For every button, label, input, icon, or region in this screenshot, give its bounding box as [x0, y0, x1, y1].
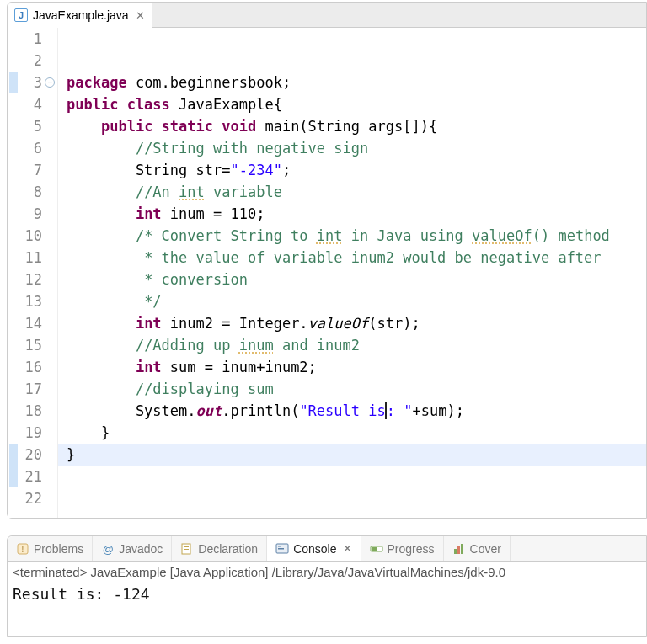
tab-progress[interactable]: Progress	[361, 536, 444, 561]
code-line[interactable]: //displaying sum	[67, 378, 646, 400]
console-output[interactable]: Result is: -124	[8, 583, 646, 636]
svg-rect-8	[278, 548, 284, 550]
code-line[interactable]: int sum = inum+inum2;	[67, 356, 646, 378]
svg-text:!: !	[22, 545, 24, 554]
tab-label: Problems	[34, 542, 83, 556]
svg-text:@: @	[103, 543, 114, 556]
code-line[interactable]: //String with negative sign	[67, 137, 646, 159]
editor-tab-bar: J JavaExample.java ✕	[8, 3, 646, 28]
tab-javadoc[interactable]: @ Javadoc	[93, 536, 172, 561]
tab-label: Cover	[470, 542, 501, 556]
svg-rect-4	[184, 546, 189, 547]
gutter-annotation	[9, 466, 18, 487]
editor-tab-active[interactable]: J JavaExample.java ✕	[8, 3, 152, 28]
code-line[interactable]: /* Convert String to int in Java using v…	[67, 225, 646, 247]
svg-rect-7	[278, 546, 281, 547]
tab-label: Console	[293, 542, 336, 556]
code-line[interactable]: }	[67, 444, 646, 466]
svg-rect-11	[454, 549, 457, 554]
code-body: 12345678910111213141516171819202122 pack…	[8, 28, 646, 518]
javadoc-icon: @	[101, 542, 115, 556]
tab-label: Javadoc	[119, 542, 163, 556]
problems-icon: !	[16, 542, 29, 556]
console-icon	[275, 542, 289, 556]
tab-label: Declaration	[198, 542, 258, 556]
code-line[interactable]: int inum = 110;	[67, 203, 646, 225]
gutter-annotation	[9, 444, 18, 466]
console-process-label: <terminated> JavaExample [Java Applicati…	[8, 562, 646, 583]
tab-declaration[interactable]: Declaration	[172, 536, 267, 561]
java-file-icon: J	[14, 8, 28, 22]
coverage-icon	[452, 542, 466, 556]
editor-pane: J JavaExample.java ✕ 1234567891011121314…	[7, 2, 647, 519]
svg-rect-5	[184, 549, 189, 550]
code-line[interactable]: int inum2 = Integer.valueOf(str);	[67, 312, 646, 334]
code-line[interactable]: System.out.println("Result is: "+sum);	[67, 400, 646, 422]
code-line[interactable]: //Adding up inum and inum2	[67, 334, 646, 356]
close-icon[interactable]: ✕	[136, 9, 145, 22]
svg-rect-10	[372, 547, 377, 551]
code-editor[interactable]: package com.beginnersbook;public class J…	[58, 28, 646, 518]
close-icon[interactable]: ✕	[343, 542, 352, 555]
svg-rect-12	[457, 546, 460, 554]
code-line[interactable]: package com.beginnersbook;	[67, 72, 646, 93]
code-line[interactable]: String str="-234";	[67, 159, 646, 181]
bottom-panel: ! Problems @ Javadoc Declaration Console…	[7, 535, 647, 637]
annotation-ruler	[8, 28, 18, 518]
bottom-view-tabs: ! Problems @ Javadoc Declaration Console…	[8, 536, 646, 562]
code-line[interactable]: }	[67, 422, 646, 444]
tab-console[interactable]: Console ✕	[267, 536, 361, 561]
code-line[interactable]: * the value of variable inum2 would be n…	[67, 247, 646, 269]
svg-rect-13	[461, 544, 463, 554]
tab-label: Progress	[388, 542, 435, 556]
tab-coverage[interactable]: Cover	[444, 536, 511, 561]
editor-tab-label: JavaExample.java	[33, 8, 129, 22]
code-line[interactable]: public static void main(String args[]){	[67, 115, 646, 137]
code-line[interactable]: */	[67, 290, 646, 312]
tab-problems[interactable]: ! Problems	[8, 536, 93, 561]
code-line[interactable]: //An int variable	[67, 181, 646, 203]
code-line[interactable]: * conversion	[67, 269, 646, 290]
gutter-annotation	[9, 72, 18, 93]
line-number-gutter[interactable]: 12345678910111213141516171819202122	[8, 28, 58, 518]
code-line[interactable]: public class JavaExample{	[67, 93, 646, 115]
fold-toggle-icon[interactable]	[45, 77, 55, 88]
progress-icon	[370, 542, 383, 556]
declaration-icon	[180, 542, 194, 556]
